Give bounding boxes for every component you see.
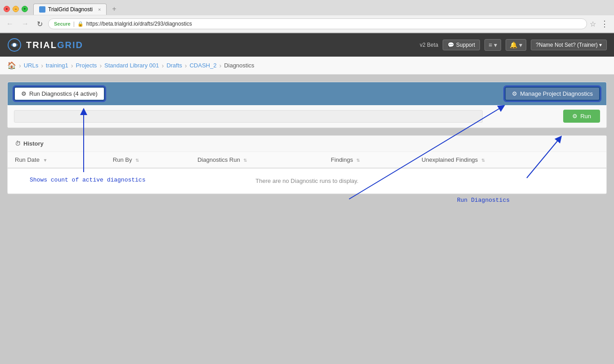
browser-tab[interactable]: TrialGrid Diagnosti × bbox=[33, 4, 107, 15]
brand-name: TRIALGRID bbox=[26, 40, 83, 50]
combined-panel: ⚙ Run Diagnostics (4 active) ⚙ Manage Pr… bbox=[7, 82, 607, 128]
col-unexplained-label: Unexplained Findings bbox=[421, 156, 478, 163]
sort-icon-run-by: ⇅ bbox=[135, 158, 139, 163]
manage-diagnostics-label: Manage Project Diagnostics bbox=[520, 90, 593, 97]
col-diagnostics-run[interactable]: Diagnostics Run ⇅ bbox=[190, 152, 324, 168]
panel-toolbar: ⚙ Run bbox=[8, 105, 606, 128]
diagnostics-icon: ⚙ bbox=[21, 90, 27, 97]
sep-4: › bbox=[161, 62, 164, 69]
secure-label: Secure bbox=[54, 21, 71, 27]
search-bar[interactable] bbox=[14, 110, 483, 123]
tab-favicon bbox=[39, 6, 45, 13]
breadcrumb-diagnostics: Diagnostics bbox=[224, 62, 254, 69]
col-findings[interactable]: Findings ⇅ bbox=[324, 152, 415, 168]
col-findings-label: Findings bbox=[331, 156, 353, 163]
bookmark-button[interactable]: ☆ bbox=[590, 20, 596, 28]
breadcrumb-drafts[interactable]: Drafts bbox=[166, 62, 182, 69]
sort-icon-diagnostics-run: ⇅ bbox=[243, 158, 247, 163]
sort-icon-findings: ⇅ bbox=[356, 158, 360, 163]
run-button[interactable]: ⚙ Run bbox=[563, 110, 600, 123]
brand-logo: TRIALGRID bbox=[7, 38, 83, 52]
top-nav-right: v2 Beta 💬 Support ≡ ▾ 🔔 ▾ ?Name Not Set?… bbox=[420, 39, 607, 51]
url-text: https://beta.trialgrid.io/drafts/293/dia… bbox=[86, 21, 581, 27]
col-actions bbox=[576, 152, 606, 168]
svg-point-1 bbox=[13, 43, 16, 47]
manage-icon: ⚙ bbox=[512, 90, 517, 97]
clock-icon: ⏱ bbox=[15, 140, 21, 147]
col-unexplained[interactable]: Unexplained Findings ⇅ bbox=[414, 152, 576, 168]
minimize-button[interactable]: − bbox=[13, 6, 19, 12]
new-tab-button[interactable]: + bbox=[108, 3, 120, 15]
user-label: ?Name Not Set? (Trainer) bbox=[536, 42, 598, 48]
close-button[interactable]: × bbox=[4, 6, 10, 12]
breadcrumb-projects[interactable]: Projects bbox=[76, 62, 97, 69]
forward-button[interactable]: → bbox=[19, 19, 31, 29]
breadcrumb-library[interactable]: Standard Library 001 bbox=[104, 62, 159, 69]
col-run-date[interactable]: Run Date ▼ bbox=[8, 152, 106, 168]
history-section: ⏱ History Run Date ▼ Run By ⇅ bbox=[7, 135, 607, 194]
home-icon[interactable]: 🏠 bbox=[7, 61, 16, 70]
sep-3: › bbox=[99, 62, 102, 69]
run-diagnostics-label: Run Diagnostics (4 active) bbox=[29, 90, 98, 97]
breadcrumb: 🏠 › URLs › training1 › Projects › Standa… bbox=[0, 57, 614, 75]
user-button[interactable]: ?Name Not Set? (Trainer) ▾ bbox=[531, 40, 607, 50]
comment-icon: 💬 bbox=[448, 42, 454, 48]
browser-menu-button[interactable]: ⋮ bbox=[599, 18, 610, 30]
version-badge: v2 Beta bbox=[420, 42, 438, 48]
brand-trial: TRIAL bbox=[26, 40, 57, 50]
maximize-button[interactable]: + bbox=[22, 6, 28, 12]
menu-grid-button[interactable]: ≡ ▾ bbox=[484, 39, 501, 51]
run-diagnostics-button[interactable]: ⚙ Run Diagnostics (4 active) bbox=[14, 87, 105, 101]
logo-icon bbox=[7, 38, 22, 52]
breadcrumb-cdash[interactable]: CDASH_2 bbox=[189, 62, 216, 69]
panel-header: ⚙ Run Diagnostics (4 active) ⚙ Manage Pr… bbox=[8, 82, 606, 105]
no-data-message: There are no Diagnostic runs to display. bbox=[8, 168, 606, 194]
bell-button[interactable]: 🔔 ▾ bbox=[506, 39, 526, 51]
top-nav: TRIALGRID v2 Beta 💬 Support ≡ ▾ 🔔 ▾ ?Nam… bbox=[0, 33, 614, 57]
history-table: Run Date ▼ Run By ⇅ Diagnostics Run ⇅ bbox=[8, 152, 606, 194]
col-run-date-label: Run Date bbox=[15, 156, 40, 163]
col-run-by-label: Run By bbox=[113, 156, 132, 163]
annotation-run-diagnostics: Run Diagnostics bbox=[457, 197, 510, 204]
manage-diagnostics-button[interactable]: ⚙ Manage Project Diagnostics bbox=[505, 87, 600, 101]
sort-icon-unexplained: ⇅ bbox=[481, 158, 485, 163]
brand-grid: GRID bbox=[57, 40, 83, 50]
support-button[interactable]: 💬 Support bbox=[443, 40, 480, 50]
url-separator: | bbox=[73, 21, 75, 27]
sep-2: › bbox=[71, 62, 73, 69]
breadcrumb-urls[interactable]: URLs bbox=[24, 62, 39, 69]
tab-close-icon[interactable]: × bbox=[98, 7, 101, 12]
col-diagnostics-run-label: Diagnostics Run bbox=[197, 156, 240, 163]
sep-6: › bbox=[219, 62, 221, 69]
sep-1: › bbox=[41, 62, 43, 69]
sep-0: › bbox=[19, 62, 21, 69]
tab-title: TrialGrid Diagnosti bbox=[48, 6, 93, 13]
history-title: History bbox=[23, 140, 44, 147]
support-label: Support bbox=[456, 42, 475, 48]
refresh-button[interactable]: ↻ bbox=[34, 19, 45, 29]
no-data-row: There are no Diagnostic runs to display. bbox=[8, 168, 606, 194]
breadcrumb-training[interactable]: training1 bbox=[46, 62, 68, 69]
run-icon: ⚙ bbox=[572, 113, 578, 120]
sep-5: › bbox=[185, 62, 187, 69]
back-button[interactable]: ← bbox=[4, 19, 16, 29]
lock-icon: 🔒 bbox=[77, 21, 84, 27]
sort-icon-run-date: ▼ bbox=[43, 158, 48, 163]
address-bar[interactable]: Secure | 🔒 https://beta.trialgrid.io/dra… bbox=[48, 18, 587, 29]
col-run-by[interactable]: Run By ⇅ bbox=[106, 152, 190, 168]
history-header: ⏱ History bbox=[8, 136, 606, 152]
main-content: ⚙ Run Diagnostics (4 active) ⚙ Manage Pr… bbox=[0, 75, 614, 209]
run-label: Run bbox=[580, 113, 591, 120]
